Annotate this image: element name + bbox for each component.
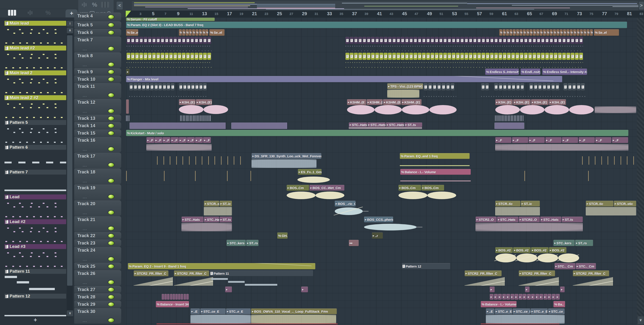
automation-link-icon[interactable]: %: [91, 2, 98, 7]
automation-clip[interactable]: %Endless S..Intensity: [485, 69, 519, 75]
audio-clip[interactable]: ▸STC..Hats: [204, 217, 219, 222]
pattern-clip[interactable]: [481, 83, 485, 90]
tick-clip[interactable]: [508, 115, 509, 121]
pattern-clip[interactable]: [160, 53, 164, 60]
tick-clip[interactable]: [520, 115, 520, 121]
pattern-clip[interactable]: [499, 83, 502, 90]
scroll-left-button[interactable]: <: [116, 1, 123, 10]
track-enable-led[interactable]: [108, 22, 114, 27]
audio-clip[interactable]: ▸KSH..(E): [549, 99, 566, 105]
pattern-card[interactable]: Lead #3: [4, 244, 66, 267]
automation-clip[interactable]: %: [526, 29, 529, 36]
pattern-clip[interactable]: [131, 37, 134, 44]
audio-clip[interactable]: ▸STC..e_E: [495, 309, 512, 314]
automation-clip[interactable]: %: [550, 29, 552, 36]
pattern-clip[interactable]: [448, 53, 451, 60]
audio-clip[interactable]: ▸: [494, 294, 498, 300]
audio-clip[interactable]: ▸KSHM..(E): [402, 99, 422, 105]
pattern-clip[interactable]: [433, 83, 436, 90]
audio-clip[interactable]: ▸STC..Hats: [349, 122, 367, 127]
pattern-clip[interactable]: [534, 83, 538, 90]
automation-clip[interactable]: %GH..: [277, 233, 288, 239]
audio-clip[interactable]: ▸: [548, 294, 552, 300]
pattern-clip[interactable]: [464, 37, 468, 44]
pattern-clip[interactable]: [529, 83, 533, 90]
pattern-clip[interactable]: [346, 53, 349, 60]
audio-clip[interactable]: ▸: [544, 294, 548, 300]
pattern-clip[interactable]: [171, 83, 174, 90]
pattern-clip[interactable]: [456, 53, 460, 60]
audio-clip[interactable]: ▸TPS - Visi..(123 BPM): [387, 83, 423, 89]
tick-clip[interactable]: [614, 156, 615, 165]
pattern-clip[interactable]: [439, 37, 443, 44]
tick-clip[interactable]: [202, 156, 202, 165]
pattern-clip[interactable]: [532, 37, 536, 44]
pattern-clip[interactable]: [469, 37, 472, 44]
pattern-picker-scroll-thumb[interactable]: [67, 35, 72, 286]
pattern-clip[interactable]: [392, 37, 396, 44]
automation-clip[interactable]: %Param. EQ 2 - Insert 9 - Band 1 freq: [128, 263, 315, 269]
audio-clip[interactable]: ▸..F: [562, 137, 578, 143]
tick-clip[interactable]: [620, 156, 621, 165]
audio-clip[interactable]: ▸: [560, 287, 564, 292]
pattern-clip[interactable]: [494, 37, 498, 44]
audio-clip[interactable]: ▸STC..Hats: [540, 217, 561, 222]
pattern-clip[interactable]: [126, 53, 130, 60]
pattern-clip[interactable]: [456, 37, 460, 44]
pattern-card-header[interactable]: Pattern 11: [4, 269, 66, 274]
audio-clip[interactable]: ▸BOS..#2: [531, 247, 548, 253]
pattern-clip[interactable]: [562, 37, 566, 44]
pattern-clip[interactable]: [350, 37, 354, 44]
pattern-clip[interactable]: [428, 83, 432, 90]
pattern-clip[interactable]: [528, 37, 532, 44]
pattern-clip[interactable]: Pattern 12: [402, 263, 450, 269]
tick-clip[interactable]: [582, 156, 583, 165]
automation-clip[interactable]: %Balance - I..- Volume: [400, 169, 471, 175]
pattern-clip[interactable]: [498, 53, 502, 60]
audio-clip[interactable]: ▸STCR2_FR..filter_C: [174, 271, 209, 276]
track-header[interactable]: Track 27: [74, 286, 121, 293]
pattern-preview[interactable]: [4, 26, 66, 44]
tick-clip[interactable]: [240, 156, 241, 165]
pattern-clip[interactable]: [199, 37, 202, 44]
audio-clip[interactable]: ▸STCR2..O: [519, 217, 540, 222]
pattern-clip[interactable]: [485, 83, 489, 90]
audio-clip[interactable]: ▸KSH..(E): [179, 99, 196, 105]
pattern-clip[interactable]: [179, 83, 182, 90]
pattern-card-header[interactable]: Lead: [4, 194, 66, 199]
audio-clip[interactable]: ▸KSHM..(E: [383, 99, 401, 105]
pattern-clip[interactable]: Pattern 11: [210, 271, 313, 276]
pattern-card-header[interactable]: Lead #3: [4, 244, 66, 249]
audio-clip[interactable]: ▸..F: [528, 137, 545, 143]
pattern-clip[interactable]: [556, 83, 559, 90]
audio-clip[interactable]: [178, 294, 180, 300]
scroll-right-button[interactable]: >: [639, 1, 644, 10]
automation-clip[interactable]: %: [520, 29, 522, 36]
pattern-preview[interactable]: [4, 175, 66, 193]
automation-clip[interactable]: %: [536, 29, 539, 36]
audio-clip[interactable]: ▸: [490, 287, 495, 292]
pattern-clip[interactable]: [195, 83, 198, 90]
audio-clip[interactable]: ▸..F: [495, 137, 512, 143]
pattern-card[interactable]: Main lead #2: [4, 46, 66, 69]
track-enable-led[interactable]: [108, 280, 114, 285]
tick-clip[interactable]: [193, 115, 194, 121]
pattern-clip[interactable]: [482, 53, 485, 60]
tick-clip[interactable]: [126, 171, 127, 181]
track-enable-led[interactable]: [108, 287, 114, 292]
track-header[interactable]: Track 10: [74, 75, 121, 83]
audio-clip[interactable]: ▸: [535, 294, 539, 300]
tick-clip[interactable]: [495, 115, 496, 121]
pattern-card[interactable]: Pattern 11: [4, 269, 66, 292]
pattern-clip[interactable]: [152, 53, 156, 60]
pattern-clip[interactable]: [371, 53, 375, 60]
pattern-card[interactable]: Pattern 12: [4, 294, 66, 317]
tick-clip[interactable]: [189, 156, 190, 165]
audio-clip[interactable]: ▸: [531, 294, 535, 300]
pattern-clip[interactable]: [384, 37, 388, 44]
pattern-clip[interactable]: [405, 37, 409, 44]
audio-clip[interactable]: ▸: [498, 294, 502, 300]
pattern-clip[interactable]: [203, 37, 207, 44]
track-header[interactable]: Track 21...: [74, 216, 121, 232]
audio-clip[interactable]: ▸▸: [349, 240, 359, 246]
